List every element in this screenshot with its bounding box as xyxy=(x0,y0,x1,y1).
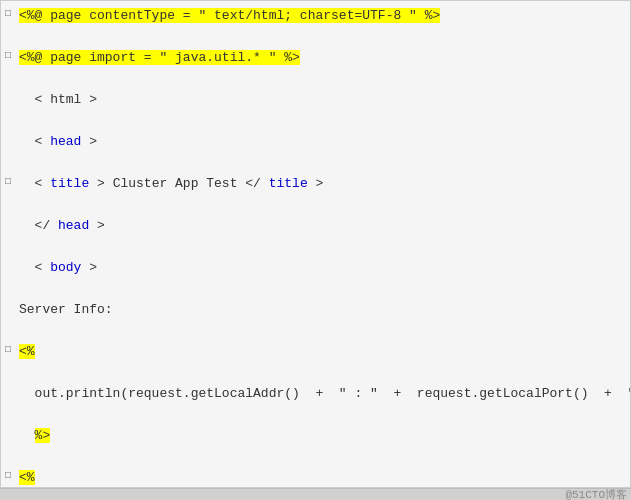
fold-toggle[interactable]: □ xyxy=(1,174,15,187)
code-line: %> xyxy=(1,425,630,447)
code-line: □<% xyxy=(1,341,630,363)
fold-toggle xyxy=(1,384,15,397)
code-line: □ < title > Cluster App Test </ title > xyxy=(1,173,630,195)
fold-toggle xyxy=(1,90,15,103)
footer-bar: @51CTO博客 xyxy=(0,488,631,500)
code-line xyxy=(1,447,630,467)
code-line xyxy=(1,111,630,131)
code-line: < html > xyxy=(1,89,630,111)
fold-toggle xyxy=(1,280,15,293)
fold-toggle[interactable]: □ xyxy=(1,48,15,61)
fold-toggle xyxy=(1,216,15,229)
fold-toggle[interactable]: □ xyxy=(1,342,15,355)
code-line xyxy=(1,153,630,173)
code-line xyxy=(1,27,630,47)
line-text: < title > Cluster App Test </ title > xyxy=(15,174,630,194)
fold-toggle xyxy=(1,196,15,209)
code-line: < body > xyxy=(1,257,630,279)
fold-toggle xyxy=(1,112,15,125)
code-editor[interactable]: □<%@ page contentType = " text/html; cha… xyxy=(0,0,631,488)
fold-toggle xyxy=(1,364,15,377)
fold-toggle[interactable]: □ xyxy=(1,6,15,19)
line-text: <%@ page contentType = " text/html; char… xyxy=(15,6,630,26)
line-text: Server Info: xyxy=(15,300,630,320)
code-line xyxy=(1,279,630,299)
fold-toggle xyxy=(1,300,15,313)
line-text: out.println(request.getLocalAddr() + " :… xyxy=(15,384,631,404)
code-line: < head > xyxy=(1,131,630,153)
code-line: Server Info: xyxy=(1,299,630,321)
code-line: </ head > xyxy=(1,215,630,237)
line-text: <% xyxy=(15,468,630,488)
fold-toggle xyxy=(1,406,15,419)
code-line xyxy=(1,405,630,425)
line-text: < head > xyxy=(15,132,630,152)
code-line: □<%@ page import = " java.util.* " %> xyxy=(1,47,630,69)
fold-toggle xyxy=(1,426,15,439)
fold-toggle xyxy=(1,322,15,335)
fold-toggle xyxy=(1,132,15,145)
code-line: □<%@ page contentType = " text/html; cha… xyxy=(1,5,630,27)
code-line xyxy=(1,237,630,257)
line-text: %> xyxy=(15,426,630,446)
code-line: out.println(request.getLocalAddr() + " :… xyxy=(1,383,630,405)
code-line xyxy=(1,195,630,215)
line-text: < html > xyxy=(15,90,630,110)
fold-toggle xyxy=(1,28,15,41)
fold-toggle xyxy=(1,238,15,251)
fold-toggle xyxy=(1,154,15,167)
fold-toggle xyxy=(1,70,15,83)
line-text: </ head > xyxy=(15,216,630,236)
fold-toggle xyxy=(1,258,15,271)
code-line: □<% xyxy=(1,467,630,488)
code-line xyxy=(1,321,630,341)
watermark: @51CTO博客 xyxy=(565,487,627,500)
code-line xyxy=(1,69,630,89)
code-line xyxy=(1,363,630,383)
line-text: <%@ page import = " java.util.* " %> xyxy=(15,48,630,68)
fold-toggle xyxy=(1,448,15,461)
line-text: <% xyxy=(15,342,630,362)
fold-toggle[interactable]: □ xyxy=(1,468,15,481)
line-text: < body > xyxy=(15,258,630,278)
